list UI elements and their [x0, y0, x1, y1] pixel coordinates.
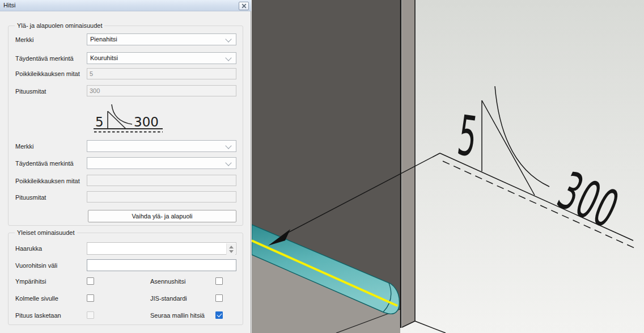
preview-length-text: 300 — [134, 115, 159, 129]
lower-length-input[interactable] — [87, 191, 236, 203]
follow-model-weld-label: Seuraa mallin hitsiä — [150, 312, 205, 319]
upper-mark-value: Pienahitsi — [90, 36, 117, 43]
lower-cross-section-input[interactable] — [87, 175, 236, 186]
weld-properties-dialog: Hitsi Ylä- ja alapuolen ominaisuudet Mer… — [0, 0, 251, 333]
jis-standard-label: JIS-standardi — [150, 295, 187, 302]
upper-cross-section-input[interactable] — [87, 68, 236, 79]
vertical-plate-side-face[interactable] — [402, 0, 415, 327]
three-sides-checkbox[interactable] — [87, 294, 94, 302]
upper-extra-value: Kouruhitsi — [90, 54, 118, 61]
length-calculated-label: Pituus lasketaan — [15, 312, 61, 319]
fork-spinner[interactable] — [226, 243, 235, 255]
lower-extra-label: Täydentävä merkintä — [15, 160, 74, 167]
length-calculated-checkbox[interactable] — [87, 311, 94, 319]
spinner-down-icon[interactable] — [229, 250, 234, 253]
pitch-input[interactable] — [87, 259, 236, 271]
site-weld-checkbox[interactable] — [215, 277, 223, 285]
preview-size-text: 5 — [95, 115, 104, 129]
group-top-bottom-legend: Ylä- ja alapuolen ominaisuudet — [15, 22, 104, 29]
upper-extra-combobox[interactable]: Kouruhitsi — [87, 52, 236, 64]
site-weld-label: Asennushitsi — [150, 278, 185, 285]
follow-model-weld-checkbox[interactable] — [215, 311, 223, 319]
fork-input[interactable] — [87, 243, 227, 254]
dialog-title: Hitsi — [3, 2, 15, 9]
lower-extra-combobox[interactable] — [87, 157, 236, 169]
fork-spinner-field[interactable] — [87, 242, 236, 255]
jis-standard-checkbox[interactable] — [215, 294, 223, 302]
application-window: Hitsi Ylä- ja alapuolen ominaisuudet Mer… — [0, 0, 644, 333]
chevron-down-icon — [225, 36, 231, 42]
upper-length-input[interactable] — [87, 85, 236, 96]
group-general-legend: Yleiset ominaisuudet — [15, 229, 77, 236]
lower-length-label: Pituusmitat — [15, 194, 46, 201]
around-weld-label: Ympärihitsi — [15, 278, 46, 285]
fork-label: Haarukka — [15, 245, 42, 252]
check-icon — [217, 312, 222, 317]
upper-cross-section-label: Poikkileikkauksen mitat — [15, 70, 80, 77]
three-sides-label: Kolmelle sivulle — [15, 295, 58, 302]
close-button[interactable] — [239, 2, 249, 10]
chevron-down-icon — [225, 142, 231, 149]
lower-mark-label: Merkki — [15, 143, 33, 150]
close-icon — [242, 3, 247, 9]
around-weld-checkbox[interactable] — [87, 277, 94, 285]
upper-mark-combobox[interactable]: Pienahitsi — [87, 33, 236, 45]
spinner-up-icon[interactable] — [229, 246, 234, 248]
model-viewport[interactable]: 5 300 — [252, 0, 644, 333]
swap-top-bottom-button[interactable]: Vaihda ylä- ja alapuoli — [88, 210, 236, 222]
chevron-down-icon — [225, 54, 231, 61]
chevron-down-icon — [225, 159, 231, 166]
upper-mark-label: Merkki — [15, 36, 33, 43]
lower-mark-combobox[interactable] — [87, 140, 236, 152]
weld-symbol-preview: 5 300 — [85, 100, 170, 134]
lower-cross-section-label: Poikkileikkauksen mitat — [15, 178, 80, 184]
upper-extra-label: Täydentävä merkintä — [15, 55, 74, 62]
pitch-label: Vuorohitsin väli — [15, 262, 57, 269]
dialog-titlebar[interactable]: Hitsi — [0, 0, 251, 11]
upper-length-label: Pituusmitat — [15, 88, 46, 95]
